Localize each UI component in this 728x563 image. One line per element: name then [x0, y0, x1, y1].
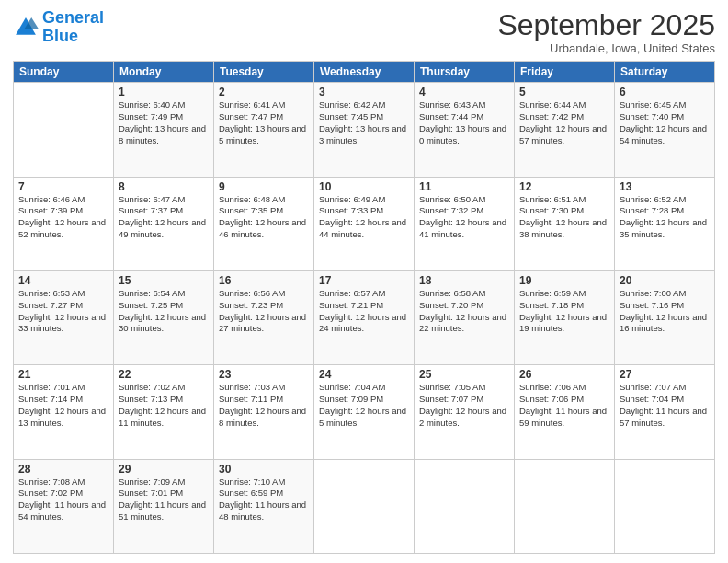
logo-text: General Blue	[42, 9, 104, 46]
day-info: Sunrise: 7:06 AM Sunset: 7:06 PM Dayligh…	[519, 382, 609, 429]
location: Urbandale, Iowa, United States	[497, 41, 715, 55]
day-cell: 6Sunrise: 6:45 AM Sunset: 7:40 PM Daylig…	[615, 83, 715, 177]
day-cell: 3Sunrise: 6:42 AM Sunset: 7:45 PM Daylig…	[314, 83, 415, 177]
day-info: Sunrise: 6:44 AM Sunset: 7:42 PM Dayligh…	[519, 99, 609, 146]
week-row-2: 7Sunrise: 6:46 AM Sunset: 7:39 PM Daylig…	[14, 177, 715, 270]
day-cell: 20Sunrise: 7:00 AM Sunset: 7:16 PM Dayli…	[615, 270, 715, 364]
day-number: 9	[219, 180, 309, 193]
day-info: Sunrise: 6:47 AM Sunset: 7:37 PM Dayligh…	[119, 194, 209, 241]
day-info: Sunrise: 7:08 AM Sunset: 7:02 PM Dayligh…	[18, 477, 108, 523]
day-info: Sunrise: 6:41 AM Sunset: 7:47 PM Dayligh…	[219, 99, 309, 146]
day-cell: 12Sunrise: 6:51 AM Sunset: 7:30 PM Dayli…	[515, 177, 615, 270]
day-number: 20	[620, 274, 710, 287]
day-cell	[615, 459, 715, 553]
day-number: 12	[519, 180, 609, 193]
day-number: 23	[219, 368, 309, 381]
logo: General Blue	[13, 9, 104, 46]
col-friday: Friday	[515, 62, 615, 83]
day-info: Sunrise: 6:48 AM Sunset: 7:35 PM Dayligh…	[219, 194, 309, 241]
day-info: Sunrise: 6:54 AM Sunset: 7:25 PM Dayligh…	[119, 288, 209, 335]
calendar-table: Sunday Monday Tuesday Wednesday Thursday…	[13, 61, 715, 554]
day-number: 27	[620, 368, 710, 381]
day-number: 5	[519, 86, 609, 98]
day-cell: 16Sunrise: 6:56 AM Sunset: 7:23 PM Dayli…	[214, 270, 314, 364]
day-cell: 18Sunrise: 6:58 AM Sunset: 7:20 PM Dayli…	[415, 270, 515, 364]
day-info: Sunrise: 7:00 AM Sunset: 7:16 PM Dayligh…	[620, 288, 710, 335]
day-cell: 11Sunrise: 6:50 AM Sunset: 7:32 PM Dayli…	[415, 177, 515, 270]
day-cell	[415, 459, 515, 553]
col-saturday: Saturday	[615, 62, 715, 83]
day-cell	[14, 83, 114, 177]
day-cell: 30Sunrise: 7:10 AM Sunset: 6:59 PM Dayli…	[214, 459, 314, 553]
week-row-1: 1Sunrise: 6:40 AM Sunset: 7:49 PM Daylig…	[14, 83, 715, 177]
day-info: Sunrise: 6:42 AM Sunset: 7:45 PM Dayligh…	[319, 99, 409, 146]
day-cell: 4Sunrise: 6:43 AM Sunset: 7:44 PM Daylig…	[415, 83, 515, 177]
day-number: 14	[18, 274, 108, 287]
day-cell: 28Sunrise: 7:08 AM Sunset: 7:02 PM Dayli…	[14, 459, 114, 553]
col-wednesday: Wednesday	[314, 62, 415, 83]
day-cell: 9Sunrise: 6:48 AM Sunset: 7:35 PM Daylig…	[214, 177, 314, 270]
day-info: Sunrise: 6:45 AM Sunset: 7:40 PM Dayligh…	[620, 99, 710, 146]
day-info: Sunrise: 7:02 AM Sunset: 7:13 PM Dayligh…	[119, 382, 209, 429]
day-number: 28	[18, 463, 108, 476]
day-number: 17	[319, 274, 409, 287]
day-cell: 29Sunrise: 7:09 AM Sunset: 7:01 PM Dayli…	[114, 459, 214, 553]
day-info: Sunrise: 6:59 AM Sunset: 7:18 PM Dayligh…	[519, 288, 609, 335]
day-cell: 19Sunrise: 6:59 AM Sunset: 7:18 PM Dayli…	[515, 270, 615, 364]
col-tuesday: Tuesday	[214, 62, 314, 83]
week-row-5: 28Sunrise: 7:08 AM Sunset: 7:02 PM Dayli…	[14, 459, 715, 553]
day-info: Sunrise: 6:51 AM Sunset: 7:30 PM Dayligh…	[519, 194, 609, 241]
day-number: 7	[18, 180, 108, 193]
page: General Blue September 2025 Urbandale, I…	[0, 0, 728, 563]
week-row-4: 21Sunrise: 7:01 AM Sunset: 7:14 PM Dayli…	[14, 365, 715, 459]
day-number: 11	[419, 180, 509, 193]
day-number: 10	[319, 180, 409, 193]
day-info: Sunrise: 6:56 AM Sunset: 7:23 PM Dayligh…	[219, 288, 309, 335]
day-number: 18	[419, 274, 509, 287]
day-info: Sunrise: 6:57 AM Sunset: 7:21 PM Dayligh…	[319, 288, 409, 335]
day-number: 3	[319, 86, 409, 98]
day-cell: 24Sunrise: 7:04 AM Sunset: 7:09 PM Dayli…	[314, 365, 415, 459]
day-cell: 21Sunrise: 7:01 AM Sunset: 7:14 PM Dayli…	[14, 365, 114, 459]
day-info: Sunrise: 7:01 AM Sunset: 7:14 PM Dayligh…	[18, 382, 108, 429]
day-number: 19	[519, 274, 609, 287]
day-info: Sunrise: 7:04 AM Sunset: 7:09 PM Dayligh…	[319, 382, 409, 429]
day-cell: 1Sunrise: 6:40 AM Sunset: 7:49 PM Daylig…	[114, 83, 214, 177]
day-info: Sunrise: 7:09 AM Sunset: 7:01 PM Dayligh…	[119, 477, 209, 523]
day-number: 2	[219, 86, 309, 98]
day-info: Sunrise: 6:46 AM Sunset: 7:39 PM Dayligh…	[18, 194, 108, 241]
day-number: 1	[119, 86, 209, 98]
day-cell: 8Sunrise: 6:47 AM Sunset: 7:37 PM Daylig…	[114, 177, 214, 270]
day-cell: 7Sunrise: 6:46 AM Sunset: 7:39 PM Daylig…	[14, 177, 114, 270]
day-number: 22	[119, 368, 209, 381]
day-cell: 23Sunrise: 7:03 AM Sunset: 7:11 PM Dayli…	[214, 365, 314, 459]
header-row: Sunday Monday Tuesday Wednesday Thursday…	[14, 62, 715, 83]
day-number: 26	[519, 368, 609, 381]
day-number: 4	[419, 86, 509, 98]
day-number: 16	[219, 274, 309, 287]
col-sunday: Sunday	[14, 62, 114, 83]
title-block: September 2025 Urbandale, Iowa, United S…	[497, 9, 715, 55]
day-cell: 2Sunrise: 6:41 AM Sunset: 7:47 PM Daylig…	[214, 83, 314, 177]
day-cell: 25Sunrise: 7:05 AM Sunset: 7:07 PM Dayli…	[415, 365, 515, 459]
day-number: 8	[119, 180, 209, 193]
day-cell: 15Sunrise: 6:54 AM Sunset: 7:25 PM Dayli…	[114, 270, 214, 364]
day-number: 29	[119, 463, 209, 476]
logo-icon	[13, 15, 39, 40]
day-cell: 10Sunrise: 6:49 AM Sunset: 7:33 PM Dayli…	[314, 177, 415, 270]
day-cell: 22Sunrise: 7:02 AM Sunset: 7:13 PM Dayli…	[114, 365, 214, 459]
day-number: 21	[18, 368, 108, 381]
col-thursday: Thursday	[415, 62, 515, 83]
header: General Blue September 2025 Urbandale, I…	[13, 9, 715, 55]
day-cell	[314, 459, 415, 553]
day-info: Sunrise: 6:43 AM Sunset: 7:44 PM Dayligh…	[419, 99, 509, 146]
day-number: 13	[620, 180, 710, 193]
day-info: Sunrise: 6:49 AM Sunset: 7:33 PM Dayligh…	[319, 194, 409, 241]
day-cell: 26Sunrise: 7:06 AM Sunset: 7:06 PM Dayli…	[515, 365, 615, 459]
day-number: 15	[119, 274, 209, 287]
day-cell: 14Sunrise: 6:53 AM Sunset: 7:27 PM Dayli…	[14, 270, 114, 364]
day-cell: 5Sunrise: 6:44 AM Sunset: 7:42 PM Daylig…	[515, 83, 615, 177]
day-info: Sunrise: 7:03 AM Sunset: 7:11 PM Dayligh…	[219, 382, 309, 429]
day-info: Sunrise: 6:52 AM Sunset: 7:28 PM Dayligh…	[620, 194, 710, 241]
day-cell: 13Sunrise: 6:52 AM Sunset: 7:28 PM Dayli…	[615, 177, 715, 270]
